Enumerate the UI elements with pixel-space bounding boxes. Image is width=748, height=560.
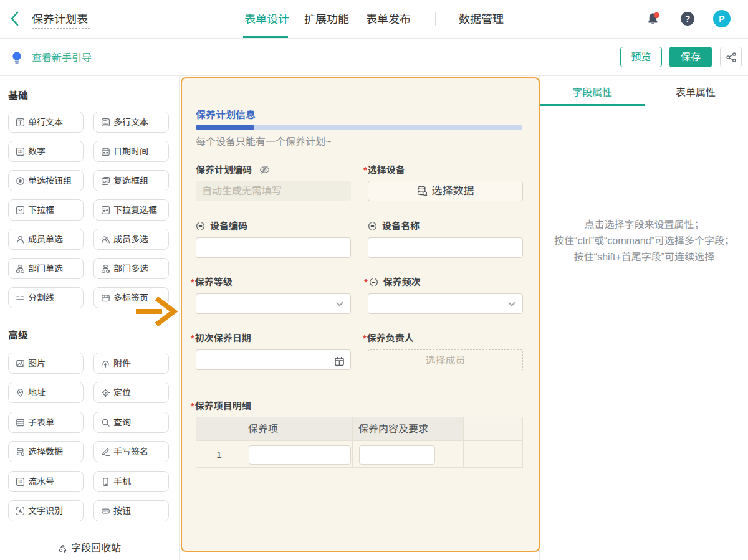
svg-text:BTN: BTN bbox=[103, 510, 108, 513]
svg-text:N0: N0 bbox=[19, 480, 22, 483]
svg-text:123: 123 bbox=[18, 150, 23, 153]
